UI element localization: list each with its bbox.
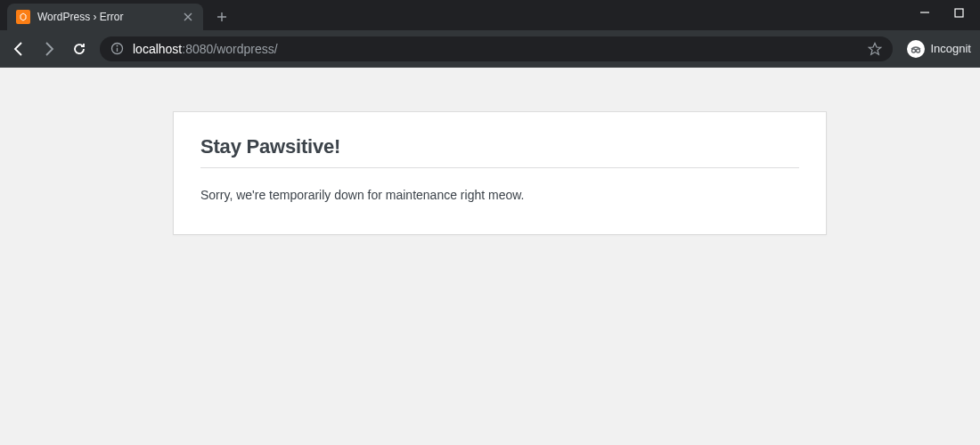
back-button[interactable]: [9, 39, 29, 59]
svg-point-3: [912, 49, 916, 53]
error-heading: Stay Pawsitive!: [200, 135, 799, 168]
url-host: localhost: [133, 42, 182, 56]
svg-point-2: [117, 45, 118, 47]
url-text: localhost:8080/wordpress/: [133, 42, 278, 56]
tab-title: WordPress › Error: [37, 11, 175, 23]
address-bar[interactable]: localhost:8080/wordpress/: [100, 36, 893, 61]
reload-button[interactable]: [69, 39, 89, 59]
window-minimize-icon[interactable]: [919, 7, 930, 18]
url-path: :8080/wordpress/: [182, 42, 277, 56]
incognito-icon: [907, 40, 925, 58]
svg-point-4: [917, 49, 920, 53]
new-tab-button[interactable]: [210, 5, 233, 28]
page-viewport: Stay Pawsitive! Sorry, we're temporarily…: [0, 68, 980, 445]
error-card: Stay Pawsitive! Sorry, we're temporarily…: [173, 111, 827, 235]
window-maximize-icon[interactable]: [953, 7, 964, 18]
tab-favicon-icon: [16, 10, 30, 24]
browser-tab[interactable]: WordPress › Error: [7, 4, 203, 30]
window-controls: [919, 0, 980, 30]
site-info-icon[interactable]: [110, 42, 124, 55]
error-message: Sorry, we're temporarily down for mainte…: [200, 188, 799, 202]
browser-toolbar: localhost:8080/wordpress/ Incognit: [0, 30, 980, 68]
svg-rect-0: [955, 9, 963, 17]
browser-titlebar: WordPress › Error: [0, 0, 980, 30]
tab-close-icon[interactable]: [182, 11, 194, 23]
incognito-label: Incognit: [930, 42, 971, 55]
incognito-indicator[interactable]: Incognit: [907, 40, 971, 58]
bookmark-star-icon[interactable]: [868, 42, 882, 56]
forward-button[interactable]: [39, 39, 59, 59]
